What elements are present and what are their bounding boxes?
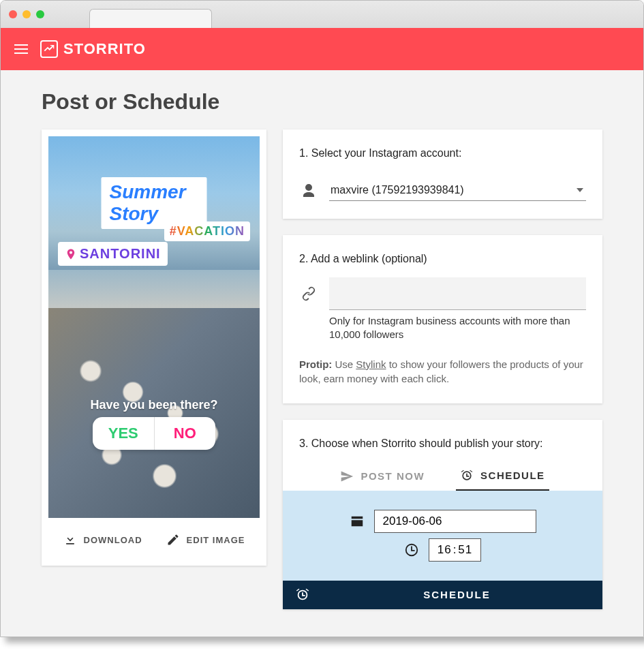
schedule-button[interactable]: SCHEDULE bbox=[283, 581, 602, 609]
account-icon bbox=[301, 183, 317, 199]
story-preview: Summer Story #VACATION SANTORINI Have yo… bbox=[48, 136, 260, 518]
clock-icon bbox=[404, 542, 419, 557]
minimize-window-icon[interactable] bbox=[22, 10, 31, 18]
link-icon bbox=[301, 286, 317, 302]
browser-chrome bbox=[1, 1, 643, 28]
location-sticker: SANTORINI bbox=[58, 242, 168, 266]
step-schedule-card: 3. Choose when Storrito should publish y… bbox=[283, 420, 602, 609]
close-window-icon[interactable] bbox=[9, 10, 17, 18]
chevron-down-icon bbox=[577, 188, 583, 192]
poll-sticker: YES NO bbox=[93, 417, 215, 450]
brand[interactable]: STORRITO bbox=[40, 40, 146, 58]
send-icon bbox=[340, 470, 354, 483]
weblink-input[interactable] bbox=[329, 277, 586, 310]
hashtag-sticker: #VACATION bbox=[164, 221, 250, 241]
location-pin-icon bbox=[65, 248, 77, 260]
poll-question: Have you been there? bbox=[48, 398, 260, 412]
step2-label: 2. Add a weblink (optional) bbox=[299, 253, 586, 265]
account-select[interactable]: maxvire (17592193939841) bbox=[329, 180, 586, 201]
poll-no[interactable]: NO bbox=[155, 417, 216, 450]
alarm-icon bbox=[460, 469, 474, 482]
schedule-date-input[interactable] bbox=[374, 510, 536, 533]
story-preview-card: Summer Story #VACATION SANTORINI Have yo… bbox=[42, 129, 266, 566]
step1-label: 1. Select your Instagram account: bbox=[299, 147, 586, 159]
tab-post-now[interactable]: POST NOW bbox=[336, 462, 429, 491]
step-weblink-card: 2. Add a weblink (optional) Only for Ins… bbox=[283, 235, 602, 403]
poll-yes[interactable]: YES bbox=[93, 417, 155, 450]
preview-actions: DOWNLOAD EDIT IMAGE bbox=[48, 518, 260, 559]
pencil-icon bbox=[166, 533, 180, 547]
protip-text: Protip: Use Stylink to show your followe… bbox=[299, 357, 586, 386]
browser-tab[interactable] bbox=[89, 9, 212, 28]
weblink-hint: Only for Instagram business accounts wit… bbox=[329, 314, 586, 342]
calendar-icon bbox=[350, 514, 365, 529]
download-icon bbox=[63, 533, 77, 547]
alarm-icon bbox=[295, 587, 310, 602]
step3-label: 3. Choose when Storrito should publish y… bbox=[299, 438, 586, 450]
window-controls bbox=[9, 10, 44, 18]
browser-window: STORRITO Post or Schedule Summer Story #… bbox=[0, 0, 644, 637]
app-header: STORRITO bbox=[1, 28, 643, 70]
schedule-time-input[interactable]: 16:51 bbox=[429, 538, 482, 562]
stylink-link[interactable]: Stylink bbox=[356, 358, 386, 370]
download-button[interactable]: DOWNLOAD bbox=[63, 533, 142, 547]
brand-name: STORRITO bbox=[63, 40, 146, 58]
maximize-window-icon[interactable] bbox=[36, 10, 44, 18]
publish-tabs: POST NOW SCHEDULE bbox=[299, 462, 586, 491]
step-account-card: 1. Select your Instagram account: maxvir… bbox=[283, 129, 602, 219]
menu-icon[interactable] bbox=[14, 44, 28, 54]
edit-image-button[interactable]: EDIT IMAGE bbox=[166, 533, 245, 547]
brand-logo-icon bbox=[40, 40, 58, 58]
schedule-panel: 16:51 bbox=[283, 491, 602, 581]
page-body: Post or Schedule Summer Story #VACATION … bbox=[1, 70, 643, 637]
page-title: Post or Schedule bbox=[42, 89, 602, 114]
tab-schedule[interactable]: SCHEDULE bbox=[456, 462, 549, 491]
